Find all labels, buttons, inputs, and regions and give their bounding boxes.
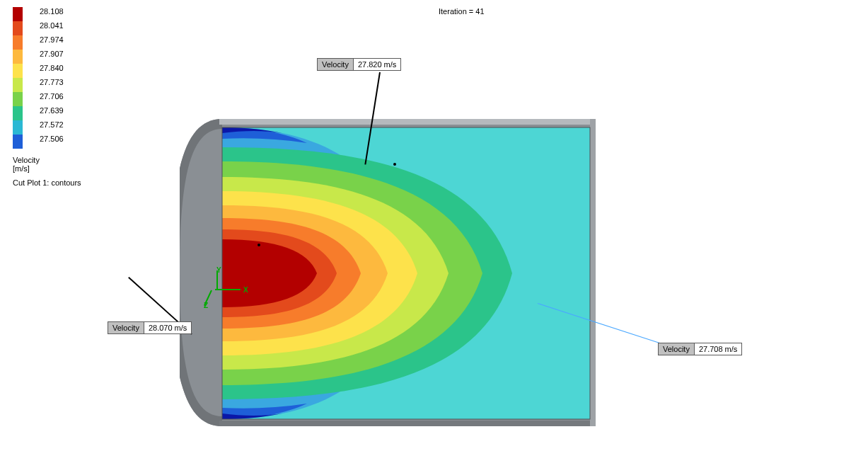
probe-callout[interactable]: Velocity 28.070 m/s: [108, 321, 192, 334]
legend-value: 28.041: [40, 18, 64, 33]
svg-rect-0: [219, 119, 594, 125]
legend-value: 27.974: [40, 33, 64, 47]
svg-rect-2: [590, 119, 596, 426]
legend-title: Velocity [m/s]: [13, 156, 40, 173]
probe-callout-label: Velocity: [318, 59, 354, 70]
legend-value: 27.572: [40, 118, 64, 132]
viewport[interactable]: Iteration = 41 28.10828.04127.97427.9072…: [0, 0, 868, 468]
svg-rect-1: [219, 421, 594, 426]
legend-swatch: [13, 106, 23, 120]
probe-callout-value: 28.070 m/s: [144, 322, 191, 333]
probe-callout[interactable]: Velocity 27.708 m/s: [658, 343, 742, 355]
legend-value: 27.840: [40, 61, 64, 75]
axis-z-label: Z: [204, 302, 208, 309]
contour-plot[interactable]: [180, 112, 604, 438]
legend-swatch: [13, 50, 23, 64]
legend-swatch: [13, 7, 23, 21]
probe-callout-label: Velocity: [108, 322, 144, 333]
legend-value: 27.907: [40, 47, 64, 61]
probe-dot: [393, 163, 396, 166]
legend-value: 28.108: [40, 4, 64, 18]
legend-swatch: [13, 64, 23, 78]
cutplot-label: Cut Plot 1: contours: [13, 178, 81, 187]
probe-callout-value: 27.820 m/s: [354, 59, 400, 70]
legend-value: 27.639: [40, 103, 64, 118]
probe-callout[interactable]: Velocity 27.820 m/s: [317, 58, 401, 71]
legend-swatch: [13, 135, 23, 149]
legend-swatch: [13, 78, 23, 92]
legend-value: 27.773: [40, 75, 64, 89]
legend-swatch: [13, 21, 23, 35]
probe-callout-label: Velocity: [659, 343, 695, 355]
legend-value: 27.506: [40, 132, 64, 146]
iteration-label: Iteration = 41: [439, 7, 485, 16]
axis-y-label: Y: [216, 266, 221, 274]
legend-swatch: [13, 35, 23, 50]
axis-x-label: X: [243, 286, 248, 294]
probe-callout-value: 27.708 m/s: [695, 343, 741, 355]
legend-value: 27.706: [40, 89, 64, 103]
legend-swatch: [13, 92, 23, 106]
probe-dot: [257, 244, 260, 246]
legend-swatch: [13, 120, 23, 135]
